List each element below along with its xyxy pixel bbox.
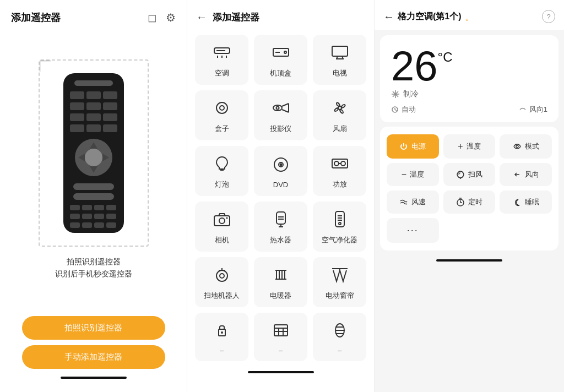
back-arrow-icon[interactable]: ← xyxy=(196,11,207,24)
power-label: 电源 xyxy=(411,141,426,151)
photo-identify-button[interactable]: 拍照识别遥控器 xyxy=(22,316,165,340)
heater-icon xyxy=(272,266,290,286)
svg-rect-42 xyxy=(332,46,348,56)
panel3-header: ← 格力空调(第1个) 。 ? xyxy=(375,0,564,30)
minus-icon: − xyxy=(402,170,406,179)
sleep-icon xyxy=(513,198,522,206)
svg-rect-25 xyxy=(106,205,116,210)
sleep-button[interactable]: 睡眠 xyxy=(500,190,552,214)
svg-point-15 xyxy=(85,149,102,166)
svg-rect-90 xyxy=(274,325,288,336)
svg-point-65 xyxy=(226,217,227,219)
category-camera[interactable]: 相机 xyxy=(195,202,248,252)
svg-rect-33 xyxy=(106,222,116,228)
manual-add-button[interactable]: 手动添加遥控器 xyxy=(22,345,165,369)
svg-line-50 xyxy=(282,110,289,112)
bulb-icon xyxy=(213,155,231,175)
sweep-icon xyxy=(456,170,465,179)
category-dvd-label: DVD xyxy=(273,181,288,189)
category-curtain-label: 电动窗帘 xyxy=(326,291,354,301)
svg-rect-5 xyxy=(70,102,84,110)
category-item17[interactable]: – xyxy=(254,313,307,361)
plus-icon: + xyxy=(458,141,463,151)
panel-add-remote-categories: ← 添加遥控器 空调 xyxy=(187,0,375,392)
category-item16-label: – xyxy=(220,346,224,355)
category-ac-label: 空调 xyxy=(215,68,229,78)
category-item16[interactable]: – xyxy=(195,313,248,361)
temp-up-button[interactable]: + 温度 xyxy=(443,134,496,159)
category-item18[interactable]: – xyxy=(313,313,366,361)
svg-rect-22 xyxy=(70,205,80,210)
category-water-heater-label: 热水器 xyxy=(270,235,291,245)
copy-icon[interactable]: ◻ xyxy=(148,11,157,24)
remote-image-wrapper xyxy=(39,59,149,247)
svg-rect-32 xyxy=(94,222,104,228)
svg-rect-26 xyxy=(70,214,80,219)
auto-icon xyxy=(391,106,399,113)
description-line1: 拍照识别遥控器 xyxy=(55,255,132,268)
category-curtain[interactable]: 电动窗帘 xyxy=(313,257,366,307)
category-ac[interactable]: 空调 xyxy=(195,35,248,85)
temp-up-label: 温度 xyxy=(467,141,481,151)
category-dvd[interactable]: DVD xyxy=(254,146,307,196)
svg-rect-23 xyxy=(82,205,92,210)
category-water-heater[interactable]: 热水器 xyxy=(254,202,307,252)
categories-grid: 空调 机顶盒 电视 xyxy=(187,30,374,366)
stb-icon xyxy=(272,43,290,64)
category-sweeper[interactable]: 扫地机器人 xyxy=(195,257,248,307)
svg-rect-2 xyxy=(70,91,84,99)
wind-dir-button[interactable]: 风向 xyxy=(500,163,552,186)
sweep-label: 扫风 xyxy=(468,170,482,179)
panel2-header: ← 添加遥控器 xyxy=(187,0,374,30)
svg-rect-24 xyxy=(94,205,104,210)
ac-icon xyxy=(213,43,231,64)
category-heater[interactable]: 电暖器 xyxy=(254,257,307,307)
more-button[interactable]: ··· xyxy=(387,218,439,243)
svg-rect-21 xyxy=(73,193,114,200)
category-tv-label: 电视 xyxy=(333,68,347,78)
air-purifier-icon xyxy=(331,210,349,231)
svg-rect-11 xyxy=(70,124,84,132)
panel3-back-arrow-icon[interactable]: ← xyxy=(383,10,394,23)
bottom-home-bar-3 xyxy=(436,259,502,262)
category-amp-label: 功放 xyxy=(333,179,347,189)
category-box[interactable]: 盒子 xyxy=(195,90,248,140)
svg-point-64 xyxy=(219,218,225,224)
timer-icon xyxy=(456,198,465,206)
svg-rect-10 xyxy=(103,113,117,121)
tv-icon xyxy=(331,43,349,64)
item18-icon xyxy=(331,322,349,342)
category-bulb[interactable]: 灯泡 xyxy=(195,146,248,196)
category-projector[interactable]: 投影仪 xyxy=(254,90,307,140)
ac-auto-label: 自动 xyxy=(402,105,416,115)
category-air-purifier[interactable]: 空气净化器 xyxy=(313,202,366,252)
temp-down-button[interactable]: − 温度 xyxy=(387,163,439,186)
panel3-header-left: ← 格力空调(第1个) 。 xyxy=(383,10,475,23)
panel2-title: 添加遥控器 xyxy=(213,11,259,24)
ac-wind-info: 风向1 xyxy=(519,105,547,115)
mode-label: 模式 xyxy=(525,141,539,151)
svg-point-60 xyxy=(334,161,339,166)
category-amp[interactable]: 功放 xyxy=(313,146,366,196)
category-fan[interactable]: 风扇 xyxy=(313,90,366,140)
wind-speed-button[interactable]: 风速 xyxy=(387,190,439,214)
svg-rect-63 xyxy=(214,216,230,226)
water-heater-icon xyxy=(272,210,290,231)
ac-unit: °C xyxy=(438,50,453,65)
timer-button[interactable]: 定时 xyxy=(443,190,496,214)
ac-temperature: 26 xyxy=(391,45,438,87)
mode-icon xyxy=(513,142,522,151)
svg-rect-7 xyxy=(103,102,117,110)
panel-add-remote-camera: 添加遥控器 ◻ ⚙ xyxy=(0,0,187,392)
svg-point-47 xyxy=(220,106,224,110)
settings-icon[interactable]: ⚙ xyxy=(166,11,176,24)
panel1-header: 添加遥控器 ◻ ⚙ xyxy=(0,0,187,30)
category-item17-label: – xyxy=(279,346,283,355)
mode-button[interactable]: 模式 xyxy=(500,134,552,159)
panel3-help-button[interactable]: ? xyxy=(542,10,555,23)
category-tv[interactable]: 电视 xyxy=(313,35,366,85)
svg-point-76 xyxy=(216,270,227,281)
category-stb[interactable]: 机顶盒 xyxy=(254,35,307,85)
power-button[interactable]: 电源 xyxy=(387,134,439,159)
sweep-button[interactable]: 扫风 xyxy=(443,163,496,186)
